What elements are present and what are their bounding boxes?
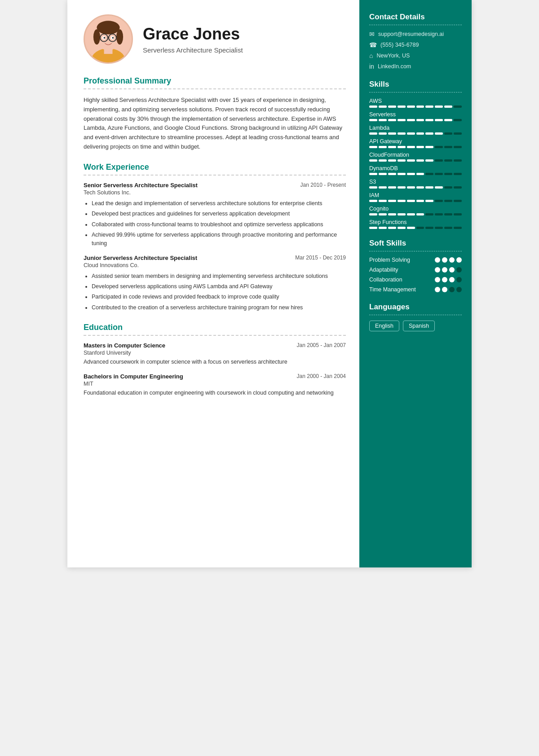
skill-bar-segment: [444, 146, 452, 148]
job-bullet: Achieved 99.99% uptime for serverless ap…: [92, 231, 346, 248]
skill-bar-segment: [379, 132, 387, 135]
skill-bar: [369, 119, 462, 121]
skill-bar-segment: [454, 159, 462, 162]
skill-bar-segment: [388, 186, 396, 189]
contact-item: ⌂ NewYork, US: [369, 52, 462, 59]
skill-bar-segment: [388, 200, 396, 202]
resume-container: Grace Jones Serverless Architecture Spec…: [67, 0, 472, 567]
skill-bar-segment: [444, 213, 452, 215]
soft-skill-dot: [442, 267, 447, 273]
skill-bar-segment: [425, 159, 433, 162]
skill-bar-segment: [379, 213, 387, 215]
right-column: Contact Details ✉ support@resumedesign.a…: [359, 0, 472, 567]
skill-bar-segment: [407, 213, 415, 215]
skill-bar-segment: [398, 200, 406, 202]
skill-bar-segment: [444, 200, 452, 202]
skill-bar-segment: [388, 173, 396, 175]
skill-bar-segment: [379, 146, 387, 148]
candidate-name: Grace Jones: [143, 25, 243, 44]
skill-bar-segment: [379, 105, 387, 108]
skill-bar-segment: [388, 132, 396, 135]
dots-container: [435, 287, 462, 292]
soft-skill-dot: [449, 277, 455, 282]
job-bullet: Collaborated with cross-functional teams…: [92, 220, 346, 229]
skill-item: DynamoDB: [369, 165, 462, 175]
skill-bar-segment: [416, 173, 424, 175]
edu-school: Stanford University: [84, 350, 346, 356]
skill-name: S3: [369, 179, 462, 185]
job-item: Senior Serverless Architecture Specialis…: [84, 182, 346, 248]
contact-icon: in: [369, 63, 374, 70]
soft-skill-dot: [442, 277, 447, 282]
skill-bar-segment: [388, 105, 396, 108]
edu-header: Bachelors in Computer Engineering Jan 20…: [84, 373, 346, 380]
skill-bar-segment: [425, 200, 433, 202]
job-bullets-list: Assisted senior team members in designin…: [84, 272, 346, 312]
skill-bar-segment: [454, 213, 462, 215]
skill-name: Step Functions: [369, 219, 462, 225]
language-tag: English: [369, 321, 399, 331]
summary-text: Highly skilled Serverless Architecture S…: [84, 96, 346, 152]
edu-desc: Advanced coursework in computer science …: [84, 358, 346, 366]
contact-item: ✉ support@resumedesign.ai: [369, 31, 462, 38]
skill-bar-segment: [388, 159, 396, 162]
soft-skill-dot: [449, 257, 455, 263]
soft-skill-dot: [435, 277, 440, 282]
svg-point-4: [97, 21, 119, 34]
soft-skill-dot: [456, 267, 462, 273]
skill-name: API Gateway: [369, 138, 462, 145]
education-section: Education Masters in Computer Science Ja…: [84, 323, 346, 397]
skill-bar-segment: [435, 213, 443, 215]
language-tag: Spanish: [403, 321, 435, 331]
skill-bar: [369, 105, 462, 108]
contact-section: Contact Details ✉ support@resumedesign.a…: [369, 13, 462, 70]
skill-bar-segment: [407, 227, 415, 229]
skill-bar-segment: [444, 173, 452, 175]
svg-point-13: [112, 37, 114, 39]
skill-name: IAM: [369, 192, 462, 198]
contact-icon: ☎: [369, 41, 377, 48]
job-title: Junior Serverless Architecture Specialis…: [84, 255, 197, 261]
contact-item: ☎ (555) 345-6789: [369, 41, 462, 48]
soft-skill-dot: [442, 257, 447, 263]
skill-bar-segment: [388, 146, 396, 148]
skill-item: API Gateway: [369, 138, 462, 148]
skill-bar-segment: [379, 186, 387, 189]
languages-divider: [369, 315, 462, 315]
skill-bar-segment: [435, 173, 443, 175]
job-bullet: Contributed to the creation of a serverl…: [92, 303, 346, 312]
soft-skills-list: Problem Solving Adaptability Collaborati…: [369, 257, 462, 293]
contact-text: support@resumedesign.ai: [378, 31, 444, 37]
skill-bar-segment: [444, 105, 452, 108]
skill-bar-segment: [407, 200, 415, 202]
soft-skill-name: Collaboration: [369, 277, 402, 283]
skill-name: Serverless: [369, 111, 462, 118]
skill-bar-segment: [407, 132, 415, 135]
skill-bar-segment: [416, 186, 424, 189]
skill-bar-segment: [425, 119, 433, 121]
skill-bar-segment: [416, 227, 424, 229]
skill-name: Cognito: [369, 206, 462, 212]
left-column: Grace Jones Serverless Architecture Spec…: [67, 0, 359, 567]
header-section: Grace Jones Serverless Architecture Spec…: [84, 14, 346, 64]
skill-bar-segment: [407, 146, 415, 148]
edu-desc: Foundational education in computer engin…: [84, 389, 346, 397]
skill-bar-segment: [407, 159, 415, 162]
skill-bar-segment: [416, 105, 424, 108]
skill-bar-segment: [398, 146, 406, 148]
skill-bar-segment: [369, 132, 377, 135]
skill-bar-segment: [369, 105, 377, 108]
soft-skill-dot: [435, 287, 440, 292]
work-experience-section: Work Experience Senior Serverless Archit…: [84, 163, 346, 312]
contact-text: NewYork, US: [376, 53, 410, 59]
skill-bar-segment: [435, 105, 443, 108]
job-bullets-list: Lead the design and implementation of se…: [84, 199, 346, 248]
skill-bar-segment: [407, 173, 415, 175]
edu-degree: Masters in Computer Science: [84, 342, 165, 349]
soft-skill-dot: [435, 267, 440, 273]
skill-bar-segment: [435, 227, 443, 229]
contact-divider: [369, 25, 462, 25]
skill-bar: [369, 200, 462, 202]
skill-bar-segment: [454, 173, 462, 175]
summary-divider: [84, 88, 346, 89]
